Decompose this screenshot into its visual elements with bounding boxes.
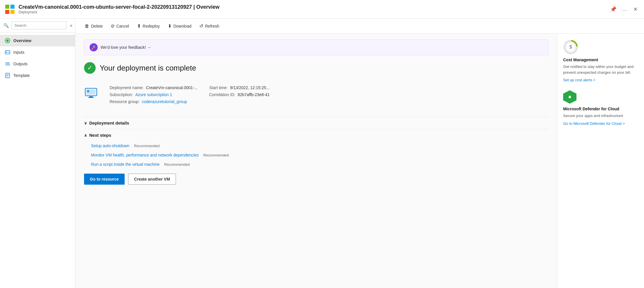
monitor-vm-badge: Recommended xyxy=(203,153,229,157)
defender-link[interactable]: Go to Microsoft Defender for Cloud > xyxy=(563,121,625,126)
deployment-details-header[interactable]: ∨ Deployment details xyxy=(84,117,548,129)
pin-button[interactable]: 📌 xyxy=(608,5,618,14)
deployment-resource-group-row: Resource group: coderazuretutorial_group xyxy=(110,99,198,104)
svg-rect-3 xyxy=(10,10,14,14)
create-vm-button[interactable]: Create another VM xyxy=(128,174,176,185)
run-script-badge: Recommended xyxy=(164,162,190,167)
deployment-details-chevron: ∨ xyxy=(84,121,87,125)
resource-group-link[interactable]: coderazuretutorial_group xyxy=(142,99,187,104)
deployment-vm-icon xyxy=(84,85,98,99)
svg-rect-18 xyxy=(89,96,93,97)
sidebar-item-template[interactable]: Template xyxy=(0,70,75,81)
svg-rect-1 xyxy=(10,5,14,9)
app-logo xyxy=(5,4,15,15)
sidebar-item-overview-label: Overview xyxy=(13,38,31,43)
cost-management-title: Cost Management xyxy=(563,57,638,62)
toolbar: 🗑 Delete ⊘ Cancel ⬆ Redeploy ⬇ Download … xyxy=(75,19,644,34)
cost-alerts-link[interactable]: Set up cost alerts > xyxy=(563,78,596,82)
start-time-value: 9/13/2022, 12:15:25... xyxy=(230,85,270,90)
svg-point-26 xyxy=(569,96,571,97)
delete-label: Delete xyxy=(91,24,103,28)
download-label: Download xyxy=(173,24,191,28)
refresh-icon: ↺ xyxy=(199,23,203,29)
outputs-icon xyxy=(5,61,10,67)
sidebar-item-inputs[interactable]: Inputs xyxy=(0,46,75,58)
right-panel: $ Cost Management Get notified to stay w… xyxy=(557,34,644,288)
sidebar-item-overview[interactable]: Overview xyxy=(0,35,75,46)
search-input[interactable] xyxy=(11,21,66,29)
svg-rect-20 xyxy=(87,90,89,92)
svg-point-7 xyxy=(6,52,7,53)
delete-button[interactable]: 🗑 Delete xyxy=(81,22,106,30)
defender-title: Microsoft Defender for Cloud xyxy=(563,107,638,111)
action-buttons: Go to resource Create another VM xyxy=(84,174,548,185)
deployment-name-row: Deployment name: CreateVm-canonical.0001… xyxy=(110,85,198,90)
page-subtitle: Deployment xyxy=(19,10,608,14)
next-steps-chevron: ∧ xyxy=(84,133,87,138)
refresh-label: Refresh xyxy=(205,24,219,28)
next-steps-label: Next steps xyxy=(89,133,111,138)
cost-management-icon: $ xyxy=(563,39,578,55)
defender-card: Microsoft Defender for Cloud Secure your… xyxy=(563,90,638,126)
redeploy-button[interactable]: ⬆ Redeploy xyxy=(134,21,163,30)
cost-management-desc: Get notified to stay within your budget … xyxy=(563,64,638,75)
main-layout: 🔍 « Overview xyxy=(0,19,644,288)
inputs-icon xyxy=(5,49,10,55)
cancel-icon: ⊘ xyxy=(111,23,114,29)
next-step-monitor-vm: Monitor VM health, performance and netwo… xyxy=(91,153,548,157)
refresh-button[interactable]: ↺ Refresh xyxy=(196,21,223,30)
deployment-subscription-row: Subscription: Azure subscription 1 xyxy=(110,92,198,97)
svg-rect-0 xyxy=(5,5,9,9)
svg-rect-19 xyxy=(88,97,94,98)
sidebar-item-outputs[interactable]: Outputs xyxy=(0,58,75,70)
deployment-left-fields: Deployment name: CreateVm-canonical.0001… xyxy=(110,85,198,104)
content-area: 🗑 Delete ⊘ Cancel ⬆ Redeploy ⬇ Download … xyxy=(75,19,644,288)
deployment-info: Deployment name: CreateVm-canonical.0001… xyxy=(84,81,548,109)
overview-icon xyxy=(5,38,10,44)
download-icon: ⬇ xyxy=(168,23,172,29)
next-steps-header[interactable]: ∧ Next steps xyxy=(84,129,548,141)
deployment-check-icon: ✓ xyxy=(84,62,96,74)
deployment-info-fields: Deployment name: CreateVm-canonical.0001… xyxy=(110,85,270,104)
feedback-banner[interactable]: 🚀 We'd love your feedback! → xyxy=(84,39,548,55)
sidebar-item-outputs-label: Outputs xyxy=(13,62,28,66)
redeploy-label: Redeploy xyxy=(143,24,160,28)
start-time-row: Start time: 9/13/2022, 12:15:25... xyxy=(209,85,270,90)
correlation-value: 82b7affb-23e8-41 xyxy=(238,92,270,97)
title-bar: CreateVm-canonical.0001-com-ubuntu-serve… xyxy=(0,0,644,19)
monitor-vm-link[interactable]: Monitor VM health, performance and netwo… xyxy=(91,153,199,157)
deployment-details-label: Deployment details xyxy=(89,120,129,125)
subscription-link[interactable]: Azure subscription 1 xyxy=(135,92,172,97)
search-icon: 🔍 xyxy=(3,23,9,28)
auto-shutdown-link[interactable]: Setup auto-shutdown xyxy=(91,143,129,148)
redeploy-icon: ⬆ xyxy=(137,23,141,29)
title-bar-text: CreateVm-canonical.0001-com-ubuntu-serve… xyxy=(19,4,608,14)
svg-rect-2 xyxy=(5,10,9,14)
go-to-resource-button[interactable]: Go to resource xyxy=(84,174,125,185)
auto-shutdown-badge: Recommended xyxy=(134,144,159,148)
resource-group-label: Resource group: xyxy=(110,99,140,104)
svg-point-5 xyxy=(6,39,9,42)
defender-desc: Secure your apps and infrastructure xyxy=(563,113,638,119)
page-title: CreateVm-canonical.0001-com-ubuntu-serve… xyxy=(19,4,608,10)
correlation-label: Correlation ID: xyxy=(209,92,235,97)
feedback-icon: 🚀 xyxy=(90,43,98,51)
sidebar-item-inputs-label: Inputs xyxy=(13,50,24,55)
sidebar-search-bar: 🔍 « xyxy=(0,19,75,33)
correlation-id-row: Correlation ID: 82b7affb-23e8-41 xyxy=(209,92,270,97)
run-script-link[interactable]: Run a script inside the virtual machine xyxy=(91,162,160,167)
next-step-run-script: Run a script inside the virtual machine … xyxy=(91,162,548,167)
feedback-text: We'd love your feedback! → xyxy=(101,45,151,50)
cancel-button[interactable]: ⊘ Cancel xyxy=(107,21,132,30)
download-button[interactable]: ⬇ Download xyxy=(164,21,195,30)
template-icon xyxy=(5,73,10,78)
more-button[interactable]: … xyxy=(621,5,629,14)
deployment-name-value: CreateVm-canonical.0001-... xyxy=(146,85,198,90)
sidebar-nav: Overview Inputs xyxy=(0,33,75,84)
next-step-auto-shutdown: Setup auto-shutdown Recommended xyxy=(91,143,548,148)
collapse-button[interactable]: « xyxy=(69,22,74,29)
close-button[interactable]: ✕ xyxy=(632,5,639,14)
start-time-label: Start time: xyxy=(209,85,228,90)
subscription-label: Subscription: xyxy=(110,92,133,97)
title-bar-actions: 📌 … ✕ xyxy=(608,5,639,14)
